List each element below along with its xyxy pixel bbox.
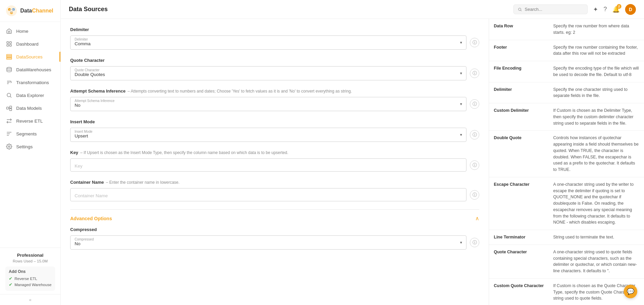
settings-icon <box>6 144 12 150</box>
table-row: Delimiter Specify the one character stri… <box>489 82 644 103</box>
main-content: Data Sources ✦ ? 🔔 2 D Delimiter <box>61 0 644 305</box>
help-term: Data Row <box>489 19 548 40</box>
compressed-info-button[interactable]: ⓘ <box>470 238 479 247</box>
delimiter-select[interactable]: Delimiter Comma ▾ <box>70 35 466 50</box>
delimiter-label: Delimiter <box>70 27 479 32</box>
attempt-schema-info-button[interactable]: ⓘ <box>470 99 479 109</box>
help-description: Specify the row number from where data s… <box>548 19 644 40</box>
insert-mode-row: Insert Mode Upsert ▾ ⓘ <box>70 128 479 142</box>
check-icon: ✔ <box>9 282 12 287</box>
svg-point-19 <box>8 146 10 148</box>
svg-rect-16 <box>7 107 9 109</box>
attempt-schema-inner-label: Attempt Schema Inference <box>75 99 114 103</box>
addons-section: Add Ons ✔ Reverse ETL ✔ Managed Warehous… <box>5 266 55 291</box>
table-row: Footer Specify the row number containing… <box>489 40 644 61</box>
help-description: String used to terminate the text. <box>548 230 644 245</box>
key-info-button[interactable]: ⓘ <box>470 160 479 170</box>
help-table: Data Row Specify the row number from whe… <box>489 19 644 305</box>
help-term: Line Terminator <box>489 230 548 245</box>
sidebar-item-segments[interactable]: Segments <box>0 127 60 140</box>
compressed-select[interactable]: Compressed No ▾ <box>70 235 466 250</box>
help-panel: Data Row Specify the row number from whe… <box>489 19 644 305</box>
compressed-label: Compressed <box>70 227 479 232</box>
key-input[interactable] <box>70 158 466 172</box>
key-row: ⓘ <box>70 158 479 172</box>
datawarehouses-icon <box>6 67 12 73</box>
container-name-info-button[interactable]: ⓘ <box>470 190 479 200</box>
help-description: A one-character string used to quote fie… <box>548 245 644 278</box>
chat-button[interactable]: 💬 <box>624 285 637 298</box>
sidebar-item-data-models[interactable]: Data Models <box>0 102 60 115</box>
help-description: If Custom is chosen as the Delimiter Typ… <box>548 103 644 131</box>
transformations-icon <box>6 79 12 85</box>
insert-mode-section: Insert Mode Insert Mode Upsert ▾ ⓘ <box>70 119 479 142</box>
sidebar-item-label: DataWarehouses <box>16 67 51 72</box>
search-bar[interactable] <box>513 4 588 14</box>
insert-mode-label: Insert Mode <box>70 119 479 124</box>
table-row: Custom Delimiter If Custom is chosen as … <box>489 103 644 131</box>
advanced-options-toggle[interactable]: Advanced Options ∧ <box>70 215 479 222</box>
sidebar: DataChannel Home Dashboard <box>0 0 61 305</box>
help-description: Specify the encoding type of the file wh… <box>548 61 644 82</box>
svg-rect-7 <box>7 42 8 43</box>
addon-reverse-etl: ✔ Reverse ETL <box>9 276 52 281</box>
help-description: Specify the row number containing the fo… <box>548 40 644 61</box>
sidebar-item-settings[interactable]: Settings <box>0 140 60 153</box>
key-section: Key – If Upsert is chosen as the Insert … <box>70 150 479 172</box>
quote-character-info-button[interactable]: ⓘ <box>470 69 479 78</box>
avatar[interactable]: D <box>625 4 636 15</box>
svg-point-0 <box>6 5 17 16</box>
attempt-schema-sub: – Attempts converting text to numbers an… <box>128 89 352 94</box>
page-title: Data Sources <box>69 6 508 13</box>
sidebar-item-dashboard[interactable]: Dashboard <box>0 37 60 50</box>
topbar-icons: ✦ ? 🔔 2 D <box>593 4 636 15</box>
sidebar-item-label: DataSources <box>16 54 43 59</box>
chevron-up-icon: ∧ <box>475 215 479 222</box>
delimiter-info-button[interactable]: ⓘ <box>470 38 479 47</box>
attempt-schema-select[interactable]: Attempt Schema Inference No ▾ <box>70 97 466 111</box>
quote-character-label: Quote Character <box>70 58 479 63</box>
datachannel-logo-icon <box>5 5 18 17</box>
notifications-button[interactable]: 🔔 2 <box>612 6 620 13</box>
table-row: File Encoding Specify the encoding type … <box>489 61 644 82</box>
sidebar-item-data-explorer[interactable]: Data Explorer <box>0 89 60 102</box>
sidebar-item-label: Transformations <box>16 80 49 85</box>
chevron-down-icon: ▾ <box>460 102 462 106</box>
help-button[interactable]: ? <box>603 6 607 13</box>
check-icon: ✔ <box>9 276 12 281</box>
search-input[interactable] <box>525 7 583 12</box>
quote-character-select[interactable]: Quote Character Double Quotes ▾ <box>70 66 466 80</box>
svg-point-15 <box>7 93 11 97</box>
key-sub: – If Upsert is chosen as the Insert Mode… <box>80 150 288 155</box>
sidebar-item-home[interactable]: Home <box>0 25 60 37</box>
insert-mode-info-button[interactable]: ⓘ <box>470 130 479 139</box>
sidebar-item-datasources[interactable]: DataSources <box>0 50 60 63</box>
attempt-schema-select-wrapper: Attempt Schema Inference No ▾ <box>70 97 466 111</box>
table-row: Line Terminator String used to terminate… <box>489 230 644 245</box>
sparkle-button[interactable]: ✦ <box>593 6 598 13</box>
sidebar-item-datawarehouses[interactable]: DataWarehouses <box>0 63 60 76</box>
quote-character-row: Quote Character Double Quotes ▾ ⓘ <box>70 66 479 80</box>
table-row: Custom Quote Character If Custom is chos… <box>489 278 644 305</box>
advanced-options-title: Advanced Options <box>70 216 112 221</box>
svg-rect-10 <box>10 45 11 46</box>
insert-mode-value: Upsert <box>75 133 88 138</box>
notification-badge: 2 <box>617 4 621 9</box>
sidebar-item-label: Data Explorer <box>16 93 44 98</box>
sidebar-item-transformations[interactable]: Transformations <box>0 76 60 89</box>
help-description: A one-character string used by the write… <box>548 177 644 230</box>
help-term: Escape Character <box>489 177 548 230</box>
compressed-row: Compressed No ▾ ⓘ <box>70 235 479 250</box>
insert-mode-select[interactable]: Insert Mode Upsert ▾ <box>70 128 466 142</box>
svg-point-20 <box>518 8 521 10</box>
delimiter-section: Delimiter Delimiter Comma ▾ ⓘ <box>70 27 479 50</box>
sidebar-collapse-button[interactable]: « <box>0 294 60 305</box>
container-name-input[interactable] <box>70 188 466 201</box>
help-term: Custom Quote Character <box>489 278 548 305</box>
table-row: Escape Character A one-character string … <box>489 177 644 230</box>
attempt-schema-row: Attempt Schema Inference No ▾ ⓘ <box>70 97 479 111</box>
delimiter-select-wrapper: Delimiter Comma ▾ <box>70 35 466 50</box>
svg-point-14 <box>7 67 11 69</box>
svg-rect-13 <box>7 58 12 59</box>
sidebar-item-reverse-etl[interactable]: Reverse ETL <box>0 115 60 127</box>
